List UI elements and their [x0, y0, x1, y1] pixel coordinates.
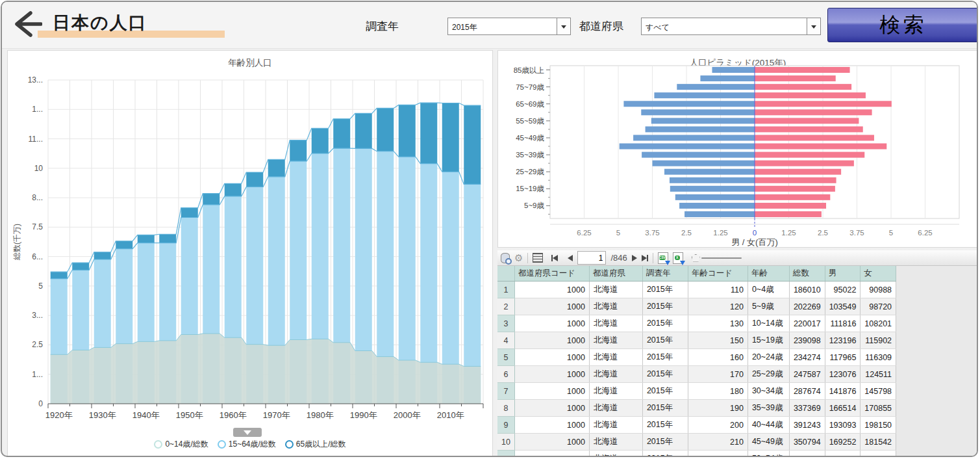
age-bar-65plus[interactable] [312, 128, 329, 153]
table-row[interactable]: 11000北海道2015年1100~4歳1860109502290988 [497, 282, 896, 298]
age-bar-65plus[interactable] [290, 140, 307, 161]
table-row[interactable]: 31000北海道2015年13010~14歳220017111816108201 [497, 315, 896, 332]
female-bar[interactable] [755, 161, 854, 166]
table-row[interactable]: 81000北海道2015年19035~39歳337369166514170855 [497, 400, 896, 417]
slider-track[interactable] [701, 257, 742, 259]
female-bar[interactable] [755, 135, 874, 140]
female-bar[interactable] [755, 186, 835, 192]
age-bar-65plus[interactable] [442, 103, 459, 172]
first-page-button[interactable] [551, 255, 558, 261]
column-header[interactable]: 都道府県 [589, 266, 642, 282]
age-bar-65plus[interactable] [464, 105, 481, 184]
female-bar[interactable] [755, 144, 886, 150]
zoom-slider[interactable] [692, 254, 742, 262]
age-bar-65plus[interactable] [355, 113, 372, 148]
survey-year-dropdown[interactable]: 2015年 [447, 18, 571, 35]
age-bar-65plus[interactable] [420, 103, 437, 163]
age-bar-65plus[interactable] [138, 235, 155, 243]
legend-item[interactable]: 0~14歳/総数 [154, 439, 208, 450]
female-bar[interactable] [755, 67, 850, 73]
age-group-label: 5~9歳 [524, 202, 545, 209]
slider-handle-icon[interactable] [692, 254, 700, 262]
next-page-button[interactable] [632, 255, 637, 261]
male-bar[interactable] [679, 203, 755, 209]
legend-marker-icon [285, 440, 294, 449]
age-bar-65plus[interactable] [246, 172, 263, 187]
csv-export-icon[interactable]: CSV [658, 252, 668, 264]
male-bar[interactable] [670, 177, 755, 183]
male-bar[interactable] [633, 135, 755, 140]
male-bar[interactable] [651, 118, 755, 124]
table-row[interactable]: 61000北海道2015年17025~29歳247587123076124511 [497, 366, 896, 383]
male-bar[interactable] [646, 126, 755, 132]
search-button[interactable]: 検索 [827, 8, 978, 42]
dropdown-arrow-icon[interactable] [557, 18, 570, 34]
column-header[interactable]: 調査年 [642, 266, 688, 282]
age-bar-65plus[interactable] [399, 105, 416, 157]
prev-page-button[interactable] [568, 255, 573, 261]
age-bar-65plus[interactable] [116, 241, 132, 249]
male-bar[interactable] [642, 152, 755, 158]
female-bar[interactable] [755, 177, 836, 183]
age-bar-65plus[interactable] [377, 108, 394, 151]
excel-export-icon[interactable]: X [673, 252, 683, 264]
male-bar[interactable] [670, 186, 755, 192]
male-bar[interactable] [700, 75, 755, 81]
female-bar[interactable] [755, 84, 851, 90]
female-bar[interactable] [755, 92, 866, 98]
data-search-icon[interactable] [501, 253, 510, 263]
female-bar[interactable] [755, 152, 864, 158]
age-bar-65plus[interactable] [72, 263, 89, 270]
table-row[interactable]: 101000北海道2015年21045~49歳35079416925218154… [497, 434, 896, 451]
female-bar[interactable] [755, 169, 841, 175]
table-row[interactable]: 91000北海道2015年20040~44歳391243193093198150 [497, 417, 896, 434]
column-header[interactable]: 女 [861, 266, 896, 282]
female-bar[interactable] [755, 109, 872, 115]
age-bar-65plus[interactable] [181, 208, 198, 218]
age-bar-65plus[interactable] [159, 234, 176, 243]
table-row[interactable]: 111000北海道2015年22050~54歳34583616563418020… [497, 451, 896, 458]
male-bar[interactable] [641, 109, 755, 115]
male-bar[interactable] [664, 169, 755, 175]
legend-item[interactable]: 65歳以上/総数 [285, 439, 346, 450]
column-header[interactable]: 都道府県コード [514, 266, 589, 282]
age-bar-65plus[interactable] [94, 252, 111, 259]
prefecture-dropdown[interactable]: すべて [641, 18, 821, 35]
page-number-input[interactable] [577, 251, 606, 265]
table-row[interactable]: 41000北海道2015年15015~19歳239098123196115902 [497, 332, 896, 349]
axis-collapse-handle[interactable] [233, 428, 262, 437]
female-bar[interactable] [755, 203, 826, 209]
male-bar[interactable] [653, 161, 755, 166]
legend-item[interactable]: 15~64歳/総数 [218, 439, 276, 450]
female-bar[interactable] [755, 118, 859, 124]
male-bar[interactable] [654, 92, 755, 98]
age-bar-65plus[interactable] [333, 119, 350, 148]
female-bar[interactable] [755, 75, 836, 81]
column-header[interactable]: 男 [825, 266, 861, 282]
age-bar-65plus[interactable] [268, 159, 285, 176]
female-bar[interactable] [755, 194, 830, 200]
male-bar[interactable] [677, 84, 755, 90]
age-bar-65plus[interactable] [51, 272, 68, 279]
table-row[interactable]: 71000北海道2015年18030~34歳287674141876145798 [497, 383, 896, 400]
column-header[interactable]: 年齢 [748, 266, 789, 282]
male-bar[interactable] [685, 211, 755, 217]
age-bar-65plus[interactable] [225, 183, 242, 196]
column-header[interactable]: 年齢コード [688, 266, 748, 282]
male-bar[interactable] [712, 67, 755, 73]
table-cell: 180 [688, 383, 748, 400]
male-bar[interactable] [623, 101, 755, 107]
female-bar[interactable] [755, 126, 863, 132]
male-bar[interactable] [675, 194, 755, 200]
settings-gear-icon[interactable]: ⚙ [514, 253, 523, 263]
dropdown-arrow-icon[interactable] [807, 18, 820, 34]
male-bar[interactable] [620, 144, 755, 150]
column-header[interactable]: 総数 [789, 266, 825, 282]
last-page-button[interactable] [642, 255, 648, 261]
female-bar[interactable] [755, 211, 822, 217]
age-bar-65plus[interactable] [203, 194, 220, 205]
table-row[interactable]: 51000北海道2015年16020~24歳234274117965116309 [497, 349, 896, 366]
grid-view-icon[interactable] [533, 253, 543, 263]
female-bar[interactable] [755, 101, 892, 107]
table-row[interactable]: 21000北海道2015年1205~9歳20226910354998720 [497, 298, 896, 315]
